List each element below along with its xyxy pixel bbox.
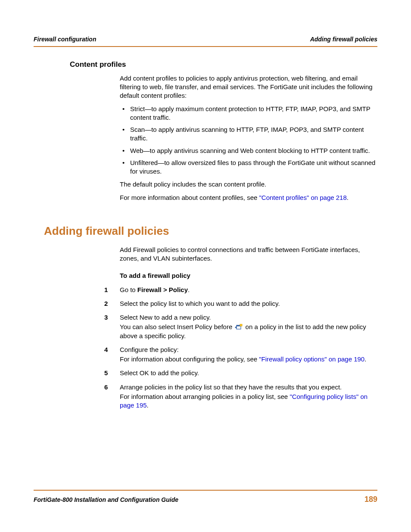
- header-right: Adding firewall policies: [310, 35, 377, 44]
- step-body: Go to Firewall > Policy.: [120, 286, 377, 295]
- footer-left: FortiGate-800 Installation and Configura…: [34, 496, 178, 504]
- content-profiles-block: Add content profiles to policies to appl…: [120, 74, 377, 202]
- s3-a: Select New to add a new policy.: [120, 313, 377, 322]
- cp-bullet: Web—to apply antivirus scanning and Web …: [120, 146, 377, 155]
- s4-b-pre: For information about configuring the po…: [120, 355, 259, 363]
- step-body: Configure the policy: For information ab…: [120, 345, 377, 365]
- step-3: 3 Select New to add a new policy. You ca…: [120, 313, 377, 341]
- s6-a: Arrange policies in the policy list so t…: [120, 383, 377, 392]
- cp-after2-pre: For more information about content profi…: [120, 194, 259, 201]
- cp-bullet: Unfiltered—to allow oversized files to p…: [120, 159, 377, 176]
- running-footer: FortiGate-800 Installation and Configura…: [34, 490, 377, 504]
- s1-b: Firewall > Policy: [137, 286, 188, 293]
- step-1: 1 Go to Firewall > Policy.: [120, 286, 377, 295]
- page: Firewall configuration Adding firewall p…: [0, 0, 411, 532]
- content-profiles-xref-link[interactable]: "Content profiles" on page 218: [259, 194, 347, 201]
- svg-rect-2: [240, 324, 242, 326]
- cp-bullets: Strict—to apply maximum content protecti…: [120, 105, 377, 176]
- cp-bullet: Scan—to apply antivirus scanning to HTTP…: [120, 125, 377, 143]
- s4-a: Configure the policy:: [120, 345, 377, 354]
- s1-a: Go to: [120, 286, 137, 293]
- step-6: 6 Arrange policies in the policy list so…: [120, 383, 377, 411]
- adding-firewall-policies-heading: Adding firewall policies: [44, 224, 377, 239]
- cp-intro: Add content profiles to policies to appl…: [120, 74, 377, 100]
- step-2: 2 Select the policy list to which you wa…: [120, 299, 377, 309]
- step-body: Select the policy list to which you want…: [120, 299, 377, 309]
- s2: Select the policy list to which you want…: [120, 299, 377, 308]
- step-number: 5: [104, 369, 115, 378]
- cp-bullet: Strict—to apply maximum content protecti…: [120, 105, 377, 122]
- footer-rule: [34, 490, 377, 491]
- s3-b-pre: You can also select Insert Policy before: [120, 323, 234, 330]
- step-number: 2: [104, 299, 115, 309]
- procedure-title: To add a firewall policy: [120, 271, 377, 280]
- s5: Select OK to add the policy.: [120, 369, 377, 377]
- adding-intro: Add Firewall policies to control connect…: [120, 246, 377, 263]
- insert-policy-before-icon: [235, 324, 243, 330]
- s6-b-post: .: [147, 401, 149, 409]
- step-body: Select New to add a new policy. You can …: [120, 313, 377, 341]
- header-left: Firewall configuration: [34, 35, 96, 44]
- adding-block: Add Firewall policies to control connect…: [120, 246, 377, 411]
- step-5: 5 Select OK to add the policy.: [120, 369, 377, 378]
- content-profiles-heading: Content profiles: [70, 60, 377, 70]
- step-number: 6: [104, 383, 115, 411]
- firewall-policy-options-xref-link[interactable]: "Firewall policy options" on page 190: [259, 355, 364, 363]
- s4-b-post: .: [364, 355, 366, 363]
- step-number: 4: [104, 345, 115, 365]
- step-body: Select OK to add the policy.: [120, 369, 377, 378]
- running-header: Firewall configuration Adding firewall p…: [34, 35, 377, 44]
- step-body: Arrange policies in the policy list so t…: [120, 383, 377, 411]
- page-number: 189: [364, 494, 377, 504]
- cp-after2-post: .: [347, 194, 349, 201]
- cp-after1: The default policy includes the scan con…: [120, 180, 377, 189]
- step-4: 4 Configure the policy: For information …: [120, 345, 377, 365]
- cp-after2: For more information about content profi…: [120, 193, 377, 202]
- s6-b-pre: For information about arranging policies…: [120, 393, 290, 400]
- step-number: 3: [104, 313, 115, 341]
- header-rule: [34, 46, 377, 47]
- step-number: 1: [104, 286, 115, 295]
- s1-c: .: [188, 286, 190, 293]
